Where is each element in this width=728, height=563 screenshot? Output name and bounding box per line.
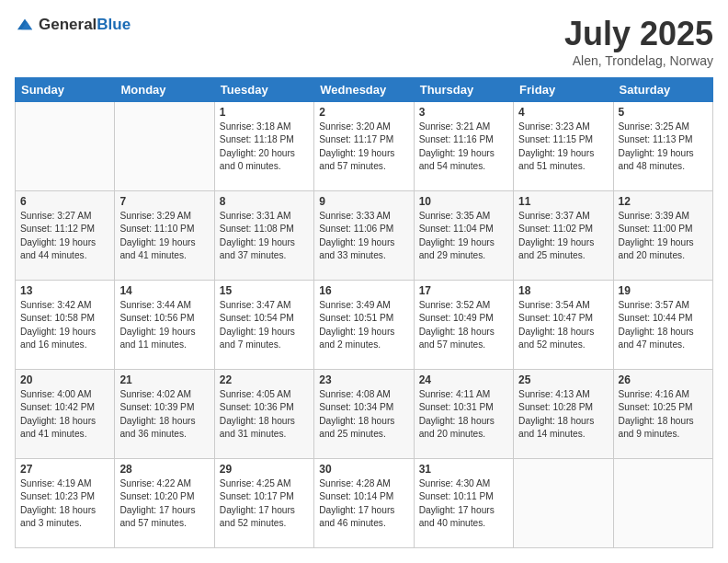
col-monday: Monday <box>115 78 214 102</box>
day-info: Sunrise: 4:11 AM Sunset: 10:31 PM Daylig… <box>419 388 508 441</box>
day-info: Sunrise: 4:22 AM Sunset: 10:20 PM Daylig… <box>119 477 209 530</box>
calendar-cell: 20Sunrise: 4:00 AM Sunset: 10:42 PM Dayl… <box>16 370 115 459</box>
day-number: 4 <box>518 106 608 119</box>
day-number: 5 <box>619 106 708 119</box>
calendar-header-row: Sunday Monday Tuesday Wednesday Thursday… <box>16 78 713 102</box>
day-number: 25 <box>518 373 608 386</box>
calendar-cell: 31Sunrise: 4:30 AM Sunset: 10:11 PM Dayl… <box>414 459 513 548</box>
calendar-cell: 24Sunrise: 4:11 AM Sunset: 10:31 PM Dayl… <box>414 370 513 459</box>
calendar-cell: 13Sunrise: 3:42 AM Sunset: 10:58 PM Dayl… <box>16 281 115 370</box>
calendar-cell: 30Sunrise: 4:28 AM Sunset: 10:14 PM Dayl… <box>314 459 414 548</box>
day-number: 11 <box>518 195 608 208</box>
day-number: 19 <box>619 284 708 297</box>
logo-text: GeneralBlue <box>39 16 131 34</box>
day-info: Sunrise: 3:31 AM Sunset: 11:08 PM Daylig… <box>220 210 309 262</box>
calendar-cell: 14Sunrise: 3:44 AM Sunset: 10:56 PM Dayl… <box>115 281 214 370</box>
day-number: 16 <box>319 284 408 297</box>
day-number: 12 <box>619 195 708 208</box>
day-info: Sunrise: 3:29 AM Sunset: 11:10 PM Daylig… <box>119 210 209 262</box>
calendar-cell: 22Sunrise: 4:05 AM Sunset: 10:36 PM Dayl… <box>214 370 313 459</box>
logo-icon <box>15 15 35 35</box>
day-number: 24 <box>419 373 508 386</box>
day-number: 14 <box>119 284 209 297</box>
day-number: 10 <box>419 195 508 208</box>
day-info: Sunrise: 3:54 AM Sunset: 10:47 PM Daylig… <box>518 299 608 351</box>
calendar-cell: 16Sunrise: 3:49 AM Sunset: 10:51 PM Dayl… <box>314 281 414 370</box>
col-tuesday: Tuesday <box>214 78 313 102</box>
calendar-cell: 23Sunrise: 4:08 AM Sunset: 10:34 PM Dayl… <box>314 370 414 459</box>
day-info: Sunrise: 3:39 AM Sunset: 11:00 PM Daylig… <box>619 210 708 262</box>
calendar-cell <box>613 459 712 548</box>
day-info: Sunrise: 4:25 AM Sunset: 10:17 PM Daylig… <box>220 477 309 530</box>
subtitle: Alen, Trondelag, Norway <box>564 53 713 68</box>
calendar-cell: 25Sunrise: 4:13 AM Sunset: 10:28 PM Dayl… <box>514 370 613 459</box>
day-info: Sunrise: 3:44 AM Sunset: 10:56 PM Daylig… <box>119 299 209 351</box>
calendar-cell: 19Sunrise: 3:57 AM Sunset: 10:44 PM Dayl… <box>613 281 712 370</box>
calendar-cell: 3Sunrise: 3:21 AM Sunset: 11:16 PM Dayli… <box>414 102 513 191</box>
day-number: 7 <box>119 195 209 208</box>
day-info: Sunrise: 3:52 AM Sunset: 10:49 PM Daylig… <box>419 299 508 351</box>
day-info: Sunrise: 4:28 AM Sunset: 10:14 PM Daylig… <box>319 477 408 530</box>
logo-general: General <box>39 16 97 33</box>
calendar-cell: 18Sunrise: 3:54 AM Sunset: 10:47 PM Dayl… <box>514 281 613 370</box>
day-info: Sunrise: 3:21 AM Sunset: 11:16 PM Daylig… <box>419 121 508 173</box>
day-info: Sunrise: 3:35 AM Sunset: 11:04 PM Daylig… <box>419 210 508 262</box>
day-number: 22 <box>220 373 309 386</box>
calendar-cell: 10Sunrise: 3:35 AM Sunset: 11:04 PM Dayl… <box>414 191 513 281</box>
day-info: Sunrise: 4:13 AM Sunset: 10:28 PM Daylig… <box>518 388 608 441</box>
calendar-cell <box>16 102 115 191</box>
title-block: July 2025 Alen, Trondelag, Norway <box>564 15 713 68</box>
day-info: Sunrise: 3:18 AM Sunset: 11:18 PM Daylig… <box>220 121 309 173</box>
day-info: Sunrise: 3:57 AM Sunset: 10:44 PM Daylig… <box>619 299 708 351</box>
day-info: Sunrise: 3:37 AM Sunset: 11:02 PM Daylig… <box>518 210 608 262</box>
day-info: Sunrise: 3:42 AM Sunset: 10:58 PM Daylig… <box>20 299 109 351</box>
day-info: Sunrise: 4:16 AM Sunset: 10:25 PM Daylig… <box>619 388 708 441</box>
calendar-week-4: 20Sunrise: 4:00 AM Sunset: 10:42 PM Dayl… <box>16 370 713 459</box>
day-number: 8 <box>220 195 309 208</box>
calendar-cell: 12Sunrise: 3:39 AM Sunset: 11:00 PM Dayl… <box>613 191 712 281</box>
day-number: 2 <box>319 106 408 119</box>
day-number: 27 <box>20 463 109 476</box>
day-number: 18 <box>518 284 608 297</box>
calendar-cell: 11Sunrise: 3:37 AM Sunset: 11:02 PM Dayl… <box>514 191 613 281</box>
day-info: Sunrise: 3:25 AM Sunset: 11:13 PM Daylig… <box>619 121 708 173</box>
day-number: 1 <box>220 106 309 119</box>
day-number: 31 <box>419 463 508 476</box>
col-friday: Friday <box>514 78 613 102</box>
calendar-week-1: 1Sunrise: 3:18 AM Sunset: 11:18 PM Dayli… <box>16 102 713 191</box>
calendar-cell: 8Sunrise: 3:31 AM Sunset: 11:08 PM Dayli… <box>214 191 313 281</box>
day-info: Sunrise: 4:19 AM Sunset: 10:23 PM Daylig… <box>20 477 109 530</box>
calendar-cell: 2Sunrise: 3:20 AM Sunset: 11:17 PM Dayli… <box>314 102 414 191</box>
col-saturday: Saturday <box>613 78 712 102</box>
calendar-cell: 4Sunrise: 3:23 AM Sunset: 11:15 PM Dayli… <box>514 102 613 191</box>
logo: GeneralBlue <box>15 15 131 35</box>
calendar-week-3: 13Sunrise: 3:42 AM Sunset: 10:58 PM Dayl… <box>16 281 713 370</box>
page: GeneralBlue July 2025 Alen, Trondelag, N… <box>0 0 728 563</box>
calendar-cell: 7Sunrise: 3:29 AM Sunset: 11:10 PM Dayli… <box>115 191 214 281</box>
day-info: Sunrise: 4:05 AM Sunset: 10:36 PM Daylig… <box>220 388 309 441</box>
col-sunday: Sunday <box>16 78 115 102</box>
logo-blue: Blue <box>97 16 131 33</box>
calendar-cell: 26Sunrise: 4:16 AM Sunset: 10:25 PM Dayl… <box>613 370 712 459</box>
day-number: 30 <box>319 463 408 476</box>
day-info: Sunrise: 4:08 AM Sunset: 10:34 PM Daylig… <box>319 388 408 441</box>
day-info: Sunrise: 4:02 AM Sunset: 10:39 PM Daylig… <box>119 388 209 441</box>
calendar-week-2: 6Sunrise: 3:27 AM Sunset: 11:12 PM Dayli… <box>16 191 713 281</box>
day-info: Sunrise: 3:49 AM Sunset: 10:51 PM Daylig… <box>319 299 408 351</box>
calendar-cell: 17Sunrise: 3:52 AM Sunset: 10:49 PM Dayl… <box>414 281 513 370</box>
calendar-cell: 5Sunrise: 3:25 AM Sunset: 11:13 PM Dayli… <box>613 102 712 191</box>
day-number: 6 <box>20 195 109 208</box>
day-number: 21 <box>119 373 209 386</box>
day-number: 9 <box>319 195 408 208</box>
day-number: 28 <box>119 463 209 476</box>
day-info: Sunrise: 4:00 AM Sunset: 10:42 PM Daylig… <box>20 388 109 441</box>
calendar-cell: 1Sunrise: 3:18 AM Sunset: 11:18 PM Dayli… <box>214 102 313 191</box>
day-info: Sunrise: 3:27 AM Sunset: 11:12 PM Daylig… <box>20 210 109 262</box>
day-number: 26 <box>619 373 708 386</box>
day-info: Sunrise: 3:33 AM Sunset: 11:06 PM Daylig… <box>319 210 408 262</box>
calendar-cell: 28Sunrise: 4:22 AM Sunset: 10:20 PM Dayl… <box>115 459 214 548</box>
day-number: 29 <box>220 463 309 476</box>
calendar-cell: 21Sunrise: 4:02 AM Sunset: 10:39 PM Dayl… <box>115 370 214 459</box>
day-info: Sunrise: 3:23 AM Sunset: 11:15 PM Daylig… <box>518 121 608 173</box>
day-number: 20 <box>20 373 109 386</box>
